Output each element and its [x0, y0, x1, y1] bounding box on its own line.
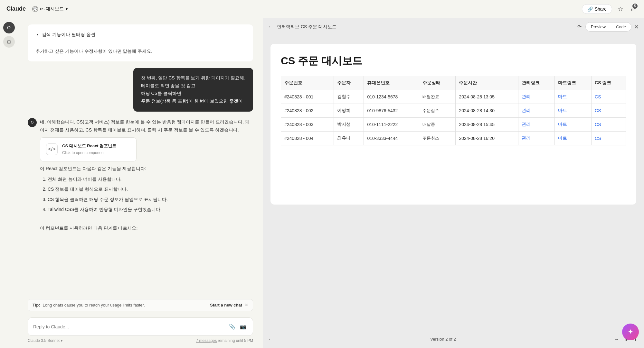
star-button[interactable]: ☆	[616, 4, 625, 14]
cs-link[interactable]: CS	[595, 108, 601, 113]
chat-icon: 💬	[32, 6, 38, 12]
table-row[interactable]: #240828 - 001 김철수 010-1234-5678 배달완료 202…	[281, 90, 626, 104]
cell-time: 2024-08-28 14:30	[456, 104, 518, 118]
cell-order-no: #240828 - 003	[281, 118, 334, 132]
tip-close-button[interactable]: ✕	[245, 303, 248, 307]
cell-cs[interactable]: CS	[592, 132, 626, 145]
col-phone: 휴대폰번호	[364, 76, 419, 90]
mart-link[interactable]: 마트	[558, 135, 567, 141]
notification-badge: 5	[632, 4, 638, 9]
dashboard-title: CS 주문 대시보드	[281, 54, 626, 68]
cell-cs[interactable]: CS	[592, 118, 626, 132]
user-line-2: 테이블로 되면 좋을 것 같고	[141, 82, 245, 90]
refresh-button[interactable]: ⟳	[576, 23, 583, 31]
cell-phone: 010-3333-4444	[364, 132, 419, 145]
sidebar-layout-icon[interactable]: ⊞	[3, 36, 15, 48]
cell-mart[interactable]: 마트	[555, 104, 592, 118]
code-component-card[interactable]: </> CS 대시보드 React 컴포넌트 Click to open com…	[40, 137, 137, 161]
mart-link[interactable]: 마트	[558, 94, 567, 99]
camera-button[interactable]: 📷	[239, 322, 248, 331]
remaining-suffix: remaining until 5 PM	[218, 338, 253, 343]
attach-button[interactable]: 📎	[228, 322, 237, 331]
feature-item-2: CS 정보를 테이블 형식으로 표시합니다.	[48, 185, 253, 193]
col-manage: 관리링크	[518, 76, 555, 90]
remaining-count: 7 messages	[196, 338, 217, 343]
system-followup: 추가하고 싶은 기능이나 수정사항이 있다면 말씀해 주세요.	[35, 49, 152, 54]
code-icon: </>	[46, 143, 58, 155]
cell-phone: 010-1111-2222	[364, 118, 419, 132]
chevron-down-icon: ▾	[66, 7, 68, 11]
chat-messages: 검색 기능이나 필터링 옵션 추가하고 싶은 기능이나 수정사항이 있다면 말씀…	[18, 18, 263, 299]
manage-link[interactable]: 관리	[522, 108, 531, 113]
cs-link[interactable]: CS	[595, 122, 601, 127]
user-line-3: 해당 CS를 클릭하면	[141, 90, 245, 97]
mart-link[interactable]: 마트	[558, 108, 567, 113]
chat-title-button[interactable]: 💬 cs 대시보드 ▾	[32, 6, 68, 12]
input-box: 📎 📷	[28, 317, 253, 336]
cell-mart[interactable]: 마트	[555, 118, 592, 132]
model-select[interactable]: Claude 3.5 Sonnet ▾	[28, 338, 62, 343]
user-line-1: 첫 번째, 일단 CS 항목을 보기 위한 페이지가 필요해.	[141, 74, 245, 82]
input-area: 📎 📷 Claude 3.5 Sonnet ▾ 7 messages remai…	[18, 314, 263, 348]
cell-manage[interactable]: 관리	[518, 104, 555, 118]
system-bullet-1: 검색 기능이나 필터링 옵션	[42, 31, 245, 39]
panel-topbar: ← 인터랙티브 CS 주문 대시보드 ⟳ Preview Code ✕	[263, 18, 644, 36]
user-line-4: 주문 정보(상품 등 포함)이 한 번에 보였으면 좋겠어	[141, 97, 245, 105]
cs-link[interactable]: CS	[595, 136, 601, 141]
settings-button[interactable]: ⇄ 5	[629, 4, 638, 14]
mart-link[interactable]: 마트	[558, 122, 567, 127]
col-order-no: 주문번호	[281, 76, 334, 90]
cell-mart[interactable]: 마트	[555, 132, 592, 145]
assistant-intro: 네, 이해했습니다. CS(고객 서비스) 정보를 한눈에 볼 수 있는 반응형…	[40, 118, 253, 134]
manage-link[interactable]: 관리	[522, 122, 531, 127]
cell-status: 주문접수	[419, 104, 456, 118]
cell-status: 배달완료	[419, 90, 456, 104]
cs-link[interactable]: CS	[595, 94, 601, 99]
chat-area: 검색 기능이나 필터링 옵션 추가하고 싶은 기능이나 수정사항이 있다면 말씀…	[18, 18, 263, 348]
share-button[interactable]: 🔗 Share	[582, 4, 612, 14]
col-customer: 주문자	[334, 76, 364, 90]
col-status: 주문상태	[419, 76, 456, 90]
message-row: O 네, 이해했습니다. CS(고객 서비스) 정보를 한눈에 볼 수 있는 반…	[28, 118, 253, 233]
panel-content: CS 주문 대시보드 주문번호 주문자 휴대폰번호 주문상태 주문시간 관리링크…	[263, 36, 644, 330]
panel-back-button[interactable]: ←	[268, 23, 274, 30]
right-panel: ← 인터랙티브 CS 주문 대시보드 ⟳ Preview Code ✕ CS 주…	[263, 18, 644, 348]
close-panel-button[interactable]: ✕	[634, 23, 639, 31]
cell-manage[interactable]: 관리	[518, 132, 555, 145]
cell-mart[interactable]: 마트	[555, 90, 592, 104]
cs-table: 주문번호 주문자 휴대폰번호 주문상태 주문시간 관리링크 마트링크 CS 링크…	[281, 76, 626, 145]
cell-cs[interactable]: CS	[592, 104, 626, 118]
feature-item-4: Tailwind CSS를 사용하여 반응형 디자인을 구현했습니다.	[48, 206, 253, 214]
footer-next-button[interactable]: →	[612, 335, 620, 343]
message-content: 네, 이해했습니다. CS(고객 서비스) 정보를 한눈에 볼 수 있는 반응형…	[40, 118, 253, 233]
star-icon: ☆	[618, 5, 623, 13]
cell-order-no: #240828 - 004	[281, 132, 334, 145]
cell-customer: 이영희	[334, 104, 364, 118]
cell-status: 배달중	[419, 118, 456, 132]
avatar: O	[28, 118, 37, 127]
cell-cs[interactable]: CS	[592, 90, 626, 104]
cell-manage[interactable]: 관리	[518, 118, 555, 132]
manage-link[interactable]: 관리	[522, 135, 531, 141]
table-row[interactable]: #240828 - 004 최유나 010-3333-4444 주문취소 202…	[281, 132, 626, 145]
panel-title: 인터랙티브 CS 주문 대시보드	[277, 24, 573, 30]
floating-action-button[interactable]: ✦	[622, 324, 639, 340]
cell-customer: 김철수	[334, 90, 364, 104]
preview-button[interactable]: Preview	[586, 23, 611, 31]
sidebar-avatar[interactable]: O	[3, 22, 15, 33]
user-message: 첫 번째, 일단 CS 항목을 보기 위한 페이지가 필요해. 테이블로 되면 …	[133, 68, 253, 111]
tip-label: Tip:	[33, 303, 40, 307]
code-card-subtitle: Click to open component	[62, 150, 116, 157]
footer-prev-button[interactable]: ←	[268, 336, 274, 343]
cell-phone: 010-1234-5678	[364, 90, 419, 104]
tip-message: Long chats cause you to reach your usage…	[43, 303, 145, 307]
table-row[interactable]: #240828 - 003 박지성 010-1111-2222 배달중 2024…	[281, 118, 626, 132]
model-name: Claude 3.5 Sonnet	[28, 338, 60, 343]
manage-link[interactable]: 관리	[522, 94, 531, 99]
table-row[interactable]: #240828 - 002 이영희 010-9876-5432 주문접수 202…	[281, 104, 626, 118]
start-new-chat-button[interactable]: Start a new chat	[210, 303, 242, 307]
code-button[interactable]: Code	[611, 23, 631, 31]
cell-manage[interactable]: 관리	[518, 90, 555, 104]
chat-input[interactable]	[33, 324, 225, 329]
cell-customer: 박지성	[334, 118, 364, 132]
